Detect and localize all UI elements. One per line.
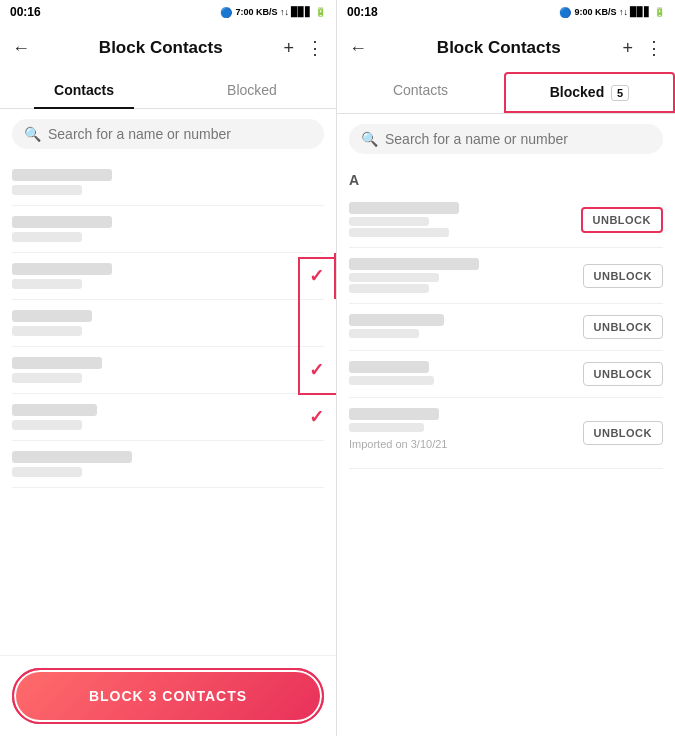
contact-name-4 [12, 310, 92, 322]
contact-item-2[interactable] [12, 206, 324, 253]
search-input-right[interactable] [385, 131, 651, 147]
status-bar-left: 00:16 🔵 7:00 KB/S ↑↓ ▉▊▋ 🔋 [0, 0, 336, 24]
blocked-name-1 [349, 202, 459, 214]
blocked-name-2 [349, 258, 479, 270]
contact-item-6[interactable]: ✓ [12, 394, 324, 441]
blocked-name-3 [349, 314, 444, 326]
unblock-button-1[interactable]: UNBLOCK [581, 207, 664, 233]
blocked-item-3: UNBLOCK [349, 304, 663, 351]
section-a: A [349, 164, 663, 192]
contact-item-5[interactable]: ✓ [12, 347, 324, 394]
checkmark-3: ✓ [309, 265, 324, 287]
bluetooth-icon-right: 🔵 [559, 7, 571, 18]
blocked-num1-2 [349, 273, 439, 282]
header-actions-left: + ⋮ [283, 37, 324, 59]
contact-item-1[interactable] [12, 159, 324, 206]
unblock-button-2[interactable]: UNBLOCK [583, 264, 664, 288]
search-bar-right[interactable]: 🔍 [349, 124, 663, 154]
blocked-num1-3 [349, 329, 419, 338]
more-button-left[interactable]: ⋮ [306, 37, 324, 59]
contact-name-5 [12, 357, 102, 369]
contact-name-2 [12, 216, 112, 228]
back-button-right[interactable]: ← [349, 38, 367, 59]
blocked-item-1: UNBLOCK [349, 192, 663, 248]
left-panel: 00:16 🔵 7:00 KB/S ↑↓ ▉▊▋ 🔋 ← Block Conta… [0, 0, 337, 736]
more-button-right[interactable]: ⋮ [645, 37, 663, 59]
tab-contacts-left[interactable]: Contacts [0, 72, 168, 108]
add-button-left[interactable]: + [283, 38, 294, 59]
block-contacts-button[interactable]: BLOCK 3 CONTACTS [16, 672, 320, 720]
header-actions-right: + ⋮ [622, 37, 663, 59]
blocked-name-4 [349, 361, 429, 373]
status-icons-left: 🔵 7:00 KB/S ↑↓ ▉▊▋ 🔋 [220, 7, 326, 18]
search-icon-right: 🔍 [361, 131, 378, 147]
bluetooth-icon: 🔵 [220, 7, 232, 18]
contact-name-1 [12, 169, 112, 181]
blocked-item-2: UNBLOCK [349, 248, 663, 304]
search-input-left[interactable] [48, 126, 312, 142]
tab-blocked-left[interactable]: Blocked [168, 72, 336, 108]
header-left: ← Block Contacts + ⋮ [0, 24, 336, 72]
contact-number-5 [12, 373, 82, 383]
unblock-button-5[interactable]: UNBLOCK [583, 421, 664, 445]
blocked-num1-4 [349, 376, 434, 385]
blocked-num1-5 [349, 423, 424, 432]
tabs-right: Contacts Blocked 5 [337, 72, 675, 114]
status-bar-right: 00:18 🔵 9:00 KB/S ↑↓ ▉▊▋ 🔋 [337, 0, 675, 24]
contact-number-2 [12, 232, 82, 242]
search-bar-left[interactable]: 🔍 [12, 119, 324, 149]
tab-contacts-right[interactable]: Contacts [337, 72, 504, 113]
contact-list-left: ✓ ✓ ✓ [0, 159, 336, 655]
block-button-container: BLOCK 3 CONTACTS [0, 655, 336, 736]
contact-item-4[interactable] [12, 300, 324, 347]
blocked-item-4: UNBLOCK [349, 351, 663, 398]
back-button-left[interactable]: ← [12, 38, 30, 59]
contact-number-6 [12, 420, 82, 430]
status-icons-right: 🔵 9:00 KB/S ↑↓ ▉▊▋ 🔋 [559, 7, 665, 18]
status-time-right: 00:18 [347, 5, 378, 19]
contact-name-7 [12, 451, 132, 463]
blocked-num2-2 [349, 284, 429, 293]
blocked-name-5 [349, 408, 439, 420]
contact-item-7[interactable] [12, 441, 324, 488]
contact-number-4 [12, 326, 82, 336]
contact-number-3 [12, 279, 82, 289]
add-button-right[interactable]: + [622, 38, 633, 59]
contact-name-6 [12, 404, 97, 416]
unblock-button-4[interactable]: UNBLOCK [583, 362, 664, 386]
signal-icons: 7:00 KB/S ↑↓ ▉▊▋ 🔋 [235, 7, 326, 17]
contact-item-3[interactable]: ✓ [12, 253, 324, 300]
blocked-contact-list: A UNBLOCK UNBLOCK [337, 164, 675, 736]
blocked-num2-1 [349, 228, 449, 237]
checkmark-5: ✓ [309, 359, 324, 381]
contact-number-1 [12, 185, 82, 195]
tabs-left: Contacts Blocked [0, 72, 336, 109]
status-time-left: 00:16 [10, 5, 41, 19]
search-icon-left: 🔍 [24, 126, 41, 142]
right-panel: 00:18 🔵 9:00 KB/S ↑↓ ▉▊▋ 🔋 ← Block Conta… [337, 0, 675, 736]
blocked-item-5: Imported on 3/10/21 UNBLOCK [349, 398, 663, 469]
contact-name-3 [12, 263, 112, 275]
contact-number-7 [12, 467, 82, 477]
blocked-badge: 5 [611, 85, 629, 101]
signal-icons-right: 9:00 KB/S ↑↓ ▉▊▋ 🔋 [574, 7, 665, 17]
header-right: ← Block Contacts + ⋮ [337, 24, 675, 72]
page-title-left: Block Contacts [38, 38, 283, 58]
checkmark-6: ✓ [309, 406, 324, 428]
blocked-num1-1 [349, 217, 429, 226]
tab-blocked-right[interactable]: Blocked 5 [504, 72, 675, 113]
import-note-5: Imported on 3/10/21 [349, 434, 583, 458]
unblock-button-3[interactable]: UNBLOCK [583, 315, 664, 339]
page-title-right: Block Contacts [375, 38, 622, 58]
